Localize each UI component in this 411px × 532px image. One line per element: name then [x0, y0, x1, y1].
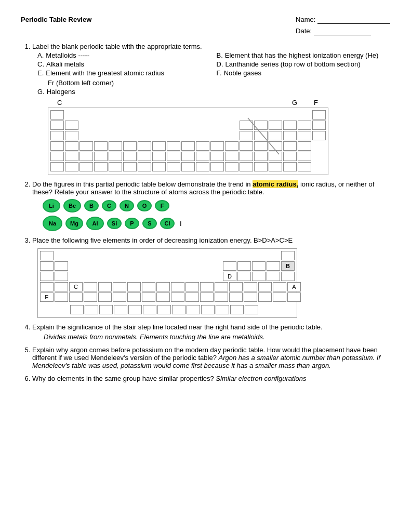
- pt2-cell-B: B: [281, 261, 295, 271]
- name-field[interactable]: [317, 16, 390, 24]
- q1-d-label: D.: [217, 60, 223, 68]
- pt2-cell-D: D: [223, 272, 236, 281]
- pt1-row-3: [50, 131, 326, 140]
- pt2-cell-E: E: [40, 292, 54, 302]
- pt1-r1-c1: [50, 110, 64, 119]
- pt1-row-6: [50, 162, 326, 171]
- pt1-r1-spacer: [65, 110, 311, 119]
- periodic-table-1-container: C G F: [48, 99, 390, 175]
- pt1-r2-c2: [65, 121, 78, 130]
- q1-f-text: Noble gases: [224, 69, 261, 87]
- atom-I-text: I: [180, 220, 182, 228]
- q6-text: Why do elements in the same group have s…: [32, 375, 216, 382]
- q4-answer: Divides metals from nonmetals. Elements …: [44, 333, 390, 341]
- atom-Mg: Mg: [65, 217, 83, 230]
- atom-F: F: [155, 200, 169, 211]
- pt1-r3-c2: [65, 131, 78, 140]
- periodic-table-2-container: B D C: [37, 248, 297, 318]
- atom-Li: Li: [43, 199, 60, 212]
- pt2-row-1: [40, 251, 295, 260]
- pt1-label-c: C: [57, 99, 62, 107]
- pt1-r3-c4: [254, 131, 268, 140]
- date-label: Date:: [296, 27, 312, 35]
- pt1-row-4: [50, 141, 326, 151]
- pt1-r3-c7: [298, 131, 311, 140]
- q2-text-before: Do the figures in this partial periodic …: [32, 180, 253, 188]
- q1-f-label: F.: [217, 69, 222, 87]
- atom-Be: Be: [63, 199, 81, 212]
- date-line: Date:: [296, 27, 390, 35]
- pt1-r2-c5: [269, 121, 282, 130]
- pt1-row-2: [50, 121, 326, 130]
- pt1-row-1: [50, 110, 326, 119]
- name-date-block: Name: Date:: [296, 16, 390, 38]
- q1-b-text: Element that has the highest ionization …: [225, 51, 379, 59]
- q1-c-label: C.: [37, 60, 44, 68]
- q1-text: Label the blank periodic table with the …: [32, 43, 202, 50]
- atom-Na: Na: [43, 216, 62, 231]
- q1-subitems: A. Metalloids ----- B. Element that has …: [32, 51, 390, 96]
- q1-item-f: F. Noble gases: [217, 69, 391, 87]
- atom-S: S: [142, 218, 157, 229]
- pt1-wrapper: [48, 108, 390, 175]
- q1-item-b: B. Element that has the highest ionizati…: [217, 51, 391, 59]
- q1-a-text: Metalloids -----: [46, 51, 89, 59]
- q1-d-text: Lanthanide series (top row of bottom sec…: [226, 60, 361, 68]
- pt2-row-5: E: [40, 292, 295, 302]
- pt1-label-g: G: [292, 99, 297, 107]
- q2-atoms-row1: Li Be B C N O F: [43, 199, 390, 212]
- pt2-row-2: B: [40, 261, 295, 271]
- q1-g-text: Halogens: [47, 88, 75, 96]
- q1-item-e: E. Element with the greatest atomic radi…: [37, 69, 211, 87]
- pt1-r2-c1: [50, 121, 64, 130]
- pt1-r3-c8: [312, 131, 326, 140]
- atom-Al: Al: [86, 217, 104, 230]
- pt1-r2-spacer: [79, 121, 238, 130]
- pt2-cell-C: C: [69, 282, 83, 291]
- pt1-r3-c1: [50, 131, 64, 140]
- pt1-r2-c6: [283, 121, 297, 130]
- atom-O: O: [137, 200, 152, 211]
- pt1-label-f: F: [314, 99, 318, 107]
- pt1-r3-c6: [283, 131, 297, 140]
- q1-e-label: E.: [37, 69, 44, 77]
- q1-c-text: Alkali metals: [46, 60, 84, 68]
- q2-atoms-row2: Na Mg Al Si P S Cl I: [43, 216, 390, 231]
- atom-Cl: Cl: [160, 218, 175, 229]
- pt2-letter-B: B: [286, 263, 290, 269]
- pt2-letter-D: D: [228, 273, 232, 280]
- pt2-row-4: C A: [40, 282, 295, 291]
- question-3: Place the following five elements in ord…: [32, 236, 390, 318]
- q3-text: Place the following five elements in ord…: [32, 236, 293, 244]
- periodic-table-1: [48, 108, 328, 175]
- q2-highlight: atomic radius,: [253, 180, 298, 188]
- q1-e-text: Element with the greatest atomic radius: [46, 69, 164, 77]
- q1-item-g: G. Halogens: [37, 88, 211, 96]
- pt2-letter-A: A: [292, 284, 296, 290]
- pt1-r3-spacer: [79, 131, 238, 140]
- pt2-letter-E: E: [45, 294, 48, 300]
- atom-C: C: [102, 200, 116, 211]
- pt1-r2-c4: [254, 121, 268, 130]
- question-2: Do the figures in this partial periodic …: [32, 180, 390, 231]
- q1-item-c: C. Alkali metals: [37, 60, 211, 68]
- pt2-row-3: D: [40, 272, 295, 281]
- q1-a-label: A.: [37, 51, 44, 59]
- main-question-list: Label the blank periodic table with the …: [21, 43, 390, 382]
- q6-answer: Similar electron configurations: [216, 375, 306, 382]
- question-4: Explain the significance of the stair st…: [32, 323, 390, 341]
- question-1: Label the blank periodic table with the …: [32, 43, 390, 175]
- question-6: Why do elements in the same group have s…: [32, 375, 390, 382]
- date-field[interactable]: [314, 27, 371, 35]
- q1-e-sub: Fr (Bottom left corner): [37, 79, 211, 87]
- name-line: Name:: [296, 16, 390, 24]
- pt1-r3-c3: [240, 131, 253, 140]
- page-title: Periodic Table Review: [21, 16, 91, 23]
- pt2-row-6: [40, 305, 295, 314]
- atom-N: N: [120, 200, 134, 211]
- pt2-cell-A: A: [287, 282, 301, 291]
- q1-g-label: G.: [37, 88, 45, 96]
- pt1-r2-c7: [298, 121, 311, 130]
- q1-item-d: D. Lanthanide series (top row of bottom …: [217, 60, 391, 68]
- pt1-row-5: [50, 152, 326, 161]
